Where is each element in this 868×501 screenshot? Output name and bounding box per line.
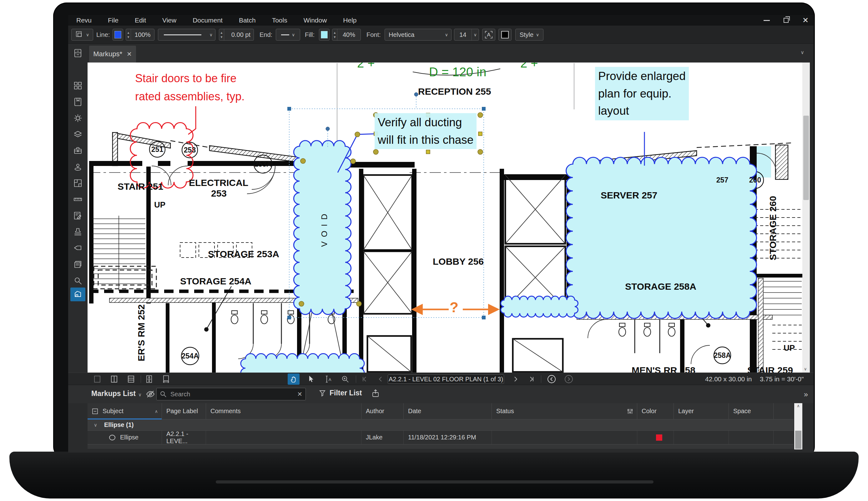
single-page-icon[interactable]: [91, 373, 103, 385]
scroll-down-icon[interactable]: ∨: [804, 366, 807, 371]
split-horizontal-icon[interactable]: [125, 373, 137, 385]
search-icon[interactable]: [70, 274, 85, 288]
previous-view-icon[interactable]: [546, 373, 558, 385]
tab-markups[interactable]: Markups* ✕: [89, 46, 136, 63]
previous-page-icon[interactable]: [374, 373, 387, 385]
fill-opacity-stepper[interactable]: ▲▼40%: [332, 29, 361, 41]
table-scrollbar-thumb[interactable]: [795, 431, 801, 449]
column-status[interactable]: Status: [491, 403, 637, 419]
collapse-panel-icon[interactable]: »: [804, 390, 808, 399]
menu-tools[interactable]: Tools: [264, 17, 296, 24]
rooms-icon[interactable]: [70, 288, 85, 301]
menu-edit[interactable]: Edit: [127, 17, 154, 24]
line-color-swatch[interactable]: [113, 29, 123, 41]
search-input[interactable]: [170, 390, 294, 398]
markups-list-title[interactable]: Markups List: [91, 390, 136, 398]
column-date[interactable]: Date: [403, 403, 491, 419]
flags-icon[interactable]: [70, 241, 85, 255]
font-dropdown[interactable]: Helvetica∨: [384, 29, 452, 41]
column-space[interactable]: Space: [729, 403, 773, 419]
fire-note-markup[interactable]: Stair doors to be firerated assemblies, …: [135, 70, 244, 105]
split-vertical-icon[interactable]: [108, 373, 120, 385]
pan-hand-icon[interactable]: [288, 373, 299, 385]
menu-document[interactable]: Document: [184, 17, 231, 24]
question-mark-markup[interactable]: ?: [449, 299, 458, 316]
select-tool-dropdown[interactable]: ∨: [71, 29, 93, 41]
group-row-ellipse[interactable]: ∨ Ellipse (1): [87, 419, 794, 431]
fit-page-icon[interactable]: [143, 373, 155, 385]
line-style-dropdown[interactable]: ∨: [158, 29, 215, 41]
file-access-icon[interactable]: [70, 46, 85, 60]
close-icon[interactable]: ✕: [802, 17, 808, 24]
markup-summary-icon[interactable]: [70, 209, 85, 223]
label-up-left: UP: [154, 200, 166, 210]
next-page-icon[interactable]: [510, 373, 521, 385]
column-comments[interactable]: Comments: [206, 403, 361, 419]
line-width-stepper[interactable]: ▲▼0.00 pt: [219, 29, 254, 41]
column-layer[interactable]: Layer: [674, 403, 729, 419]
drawing-canvas[interactable]: Stair doors to be firerated assemblies, …: [87, 63, 802, 373]
minimize-icon[interactable]: [764, 20, 770, 21]
stamps-icon[interactable]: [70, 225, 85, 239]
select-text-icon[interactable]: A: [322, 373, 334, 385]
text-color-button[interactable]: [498, 29, 511, 41]
table-scrollbar[interactable]: ∧: [794, 403, 802, 449]
font-size-dropdown[interactable]: 14∨: [454, 29, 479, 41]
panel-chevron-icon[interactable]: ∨: [138, 392, 142, 397]
menu-view[interactable]: View: [154, 17, 184, 24]
spaces-icon[interactable]: [70, 176, 85, 190]
tool-chest-icon[interactable]: [70, 144, 85, 158]
measurements-icon[interactable]: [70, 193, 85, 206]
hide-markups-icon[interactable]: [145, 389, 156, 399]
column-page-label[interactable]: Page Label: [162, 403, 206, 419]
markups-search-box[interactable]: ✕: [156, 388, 306, 401]
group-chevron-icon[interactable]: ∨: [94, 422, 97, 428]
restore-icon[interactable]: [784, 18, 788, 23]
markup-row-ellipse[interactable]: Ellipse A2.2.1 - LEVE... JLake 11/18/202…: [87, 431, 794, 445]
menu-file[interactable]: File: [100, 17, 127, 24]
style-dropdown[interactable]: Style∨: [515, 29, 543, 41]
menu-batch[interactable]: Batch: [231, 17, 264, 24]
menu-window[interactable]: Window: [296, 17, 335, 24]
properties-icon[interactable]: [70, 111, 85, 125]
sets-icon[interactable]: [70, 257, 85, 271]
zoom-icon[interactable]: [339, 373, 351, 385]
menu-help[interactable]: Help: [335, 17, 364, 24]
page-label-box[interactable]: A2.2.1 - LEVEL 02 FLOOR PLAN (1 of 3): [388, 374, 504, 384]
menu-revu[interactable]: Revu: [68, 17, 100, 24]
search-clear-icon[interactable]: ✕: [297, 390, 303, 398]
line-end-dropdown[interactable]: ∨: [276, 29, 300, 41]
next-view-icon[interactable]: [563, 373, 575, 385]
places-icon[interactable]: [70, 160, 85, 174]
bookmarks-icon[interactable]: [70, 95, 85, 109]
column-subject[interactable]: Subject ∧: [87, 403, 162, 419]
thumbnails-icon[interactable]: [70, 79, 85, 93]
layers-icon[interactable]: [70, 128, 85, 141]
label-up-right: UP: [784, 343, 795, 353]
autosize-text-icon[interactable]: A: [482, 29, 495, 41]
first-page-icon[interactable]: [359, 373, 371, 385]
verify-callout-markup[interactable]: Verify all ductingwill fit in this chase: [374, 113, 477, 149]
scale-readout: 3.75 in = 30'-0": [760, 373, 804, 385]
scroll-up-icon[interactable]: ∧: [794, 403, 802, 409]
canvas-scrollbar[interactable]: ∨: [802, 63, 810, 373]
fit-width-icon[interactable]: [160, 373, 172, 385]
filter-list-button[interactable]: Filter List: [318, 389, 362, 397]
dimension-text-markup[interactable]: D = 120 in: [429, 65, 486, 79]
collapse-all-icon[interactable]: [92, 408, 98, 414]
column-author[interactable]: Author: [361, 403, 403, 419]
line-zoom-stepper[interactable]: ▲▼100%: [126, 29, 155, 41]
tabbar-chevron-icon[interactable]: ∨: [801, 50, 804, 55]
fill-color-swatch[interactable]: [319, 29, 330, 41]
select-cursor-icon[interactable]: [305, 373, 317, 385]
provide-callout-markup[interactable]: Provide enlargedplan for equip.layout: [595, 67, 689, 120]
room-label-stair-right: STAIR 259: [747, 365, 793, 373]
tab-close-icon[interactable]: ✕: [127, 50, 132, 58]
canvas-scrollbar-thumb[interactable]: [803, 116, 809, 200]
markup-color-swatch[interactable]: [656, 435, 662, 441]
last-page-icon[interactable]: [525, 373, 537, 385]
status-filter-icon[interactable]: [626, 407, 634, 415]
column-color[interactable]: Color: [637, 403, 674, 419]
summary-export-icon[interactable]: [371, 389, 380, 398]
svg-text:A: A: [329, 377, 331, 382]
